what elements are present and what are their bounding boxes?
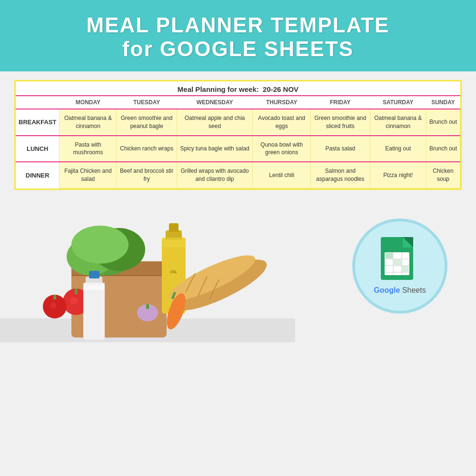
header-banner: MEAL PLANNER TEMPLATE for GOOGLE SHEETS xyxy=(0,0,476,71)
meal-cell-lunch-3: Qunoa bowl with green onions xyxy=(253,136,311,162)
week-range: 20-26 NOV xyxy=(263,85,298,93)
meal-label-lunch: LUNCH xyxy=(16,136,60,162)
main-container: MEAL PLANNER TEMPLATE for GOOGLE SHEETS … xyxy=(0,0,476,476)
meal-cell-breakfast-1: Green smoothie and peanut bagle xyxy=(117,109,177,136)
day-wednesday: WEDNESDAY xyxy=(177,96,253,109)
google-sheets-badge: Google Sheets xyxy=(352,218,447,314)
bottom-section: OIL xyxy=(0,195,476,342)
meal-cell-dinner-0: Fajita Chicken and salad xyxy=(60,162,117,188)
week-label-text: Meal Planning for week: xyxy=(178,85,259,93)
svg-point-9 xyxy=(70,297,78,305)
svg-rect-22 xyxy=(83,283,105,290)
meal-row-lunch: LUNCHPasta with mushroomsChicken ranch w… xyxy=(16,136,460,162)
day-thursday: THURSDAY xyxy=(253,96,311,109)
meal-cell-lunch-1: Chicken ranch wraps xyxy=(117,136,177,162)
google-sheets-icon xyxy=(381,237,419,282)
meal-cell-breakfast-5: Oatmeal banana & cinnamon xyxy=(370,109,426,136)
google-sheets-label: Google Sheets xyxy=(374,286,426,295)
meal-cell-lunch-0: Pasta with mushrooms xyxy=(60,136,117,162)
week-label: Meal Planning for week: 20-26 NOV xyxy=(16,81,460,95)
meal-row-dinner: DINNERFajita Chicken and saladBeef and b… xyxy=(16,162,460,188)
meal-cell-lunch-5: Eating out xyxy=(370,136,426,162)
meal-cell-breakfast-3: Avocado toast and eggs xyxy=(253,109,311,136)
day-sunday: SUNDAY xyxy=(426,96,460,109)
svg-rect-21 xyxy=(89,271,99,278)
grocery-illustration: OIL xyxy=(0,195,295,342)
empty-header xyxy=(16,96,60,109)
svg-rect-41 xyxy=(385,253,393,258)
meal-cell-lunch-2: Spicy tuna bagle with salad xyxy=(177,136,253,162)
day-tuesday: TUESDAY xyxy=(117,96,177,109)
svg-point-7 xyxy=(71,226,129,264)
meal-label-breakfast: BREAKFAST xyxy=(16,109,60,136)
meal-cell-lunch-6: Brunch out xyxy=(426,136,460,162)
svg-rect-19 xyxy=(83,283,105,340)
svg-rect-31 xyxy=(146,304,149,309)
day-friday: FRIDAY xyxy=(311,96,370,109)
svg-rect-13 xyxy=(53,295,56,299)
svg-rect-42 xyxy=(394,259,401,265)
meal-cell-dinner-5: Pizza night! xyxy=(370,162,426,188)
meal-table: MONDAY TUESDAY WEDNESDAY THURSDAY FRIDAY… xyxy=(16,95,460,188)
header-line1: MEAL PLANNER TEMPLATE xyxy=(10,13,466,37)
day-saturday: SATURDAY xyxy=(370,96,426,109)
meal-cell-lunch-4: Pasta salad xyxy=(311,136,370,162)
meal-cell-dinner-1: Beef and broccoli stir fry xyxy=(117,162,177,188)
svg-text:OIL: OIL xyxy=(170,269,178,274)
svg-rect-16 xyxy=(169,223,178,232)
meal-cell-dinner-2: Grilled wraps with avocado and cilantro … xyxy=(177,162,253,188)
header-line2: for GOOGLE SHEETS xyxy=(10,37,466,61)
svg-rect-17 xyxy=(162,238,186,247)
meal-cell-breakfast-2: Oatmeal apple and chia seed xyxy=(177,109,253,136)
svg-rect-10 xyxy=(75,288,78,294)
day-header-row: MONDAY TUESDAY WEDNESDAY THURSDAY FRIDAY… xyxy=(16,96,460,109)
meal-cell-breakfast-0: Oatmeal banana & cinnamon xyxy=(60,109,117,136)
meal-cell-dinner-4: Salmon and asparagus noodles xyxy=(311,162,370,188)
meal-label-dinner: DINNER xyxy=(16,162,60,188)
meal-cell-dinner-3: Lentil chili xyxy=(253,162,311,188)
day-monday: MONDAY xyxy=(60,96,117,109)
meal-planner-table-container: Meal Planning for week: 20-26 NOV MONDAY… xyxy=(14,80,462,190)
meal-row-breakfast: BREAKFASTOatmeal banana & cinnamonGreen … xyxy=(16,109,460,136)
svg-rect-43 xyxy=(402,266,409,272)
meal-cell-breakfast-4: Green smoothie and sliced fruits xyxy=(311,109,370,136)
svg-point-12 xyxy=(50,302,57,309)
meal-cell-breakfast-6: Brunch out xyxy=(426,109,460,136)
meal-cell-dinner-6: Chicken soup xyxy=(426,162,460,188)
